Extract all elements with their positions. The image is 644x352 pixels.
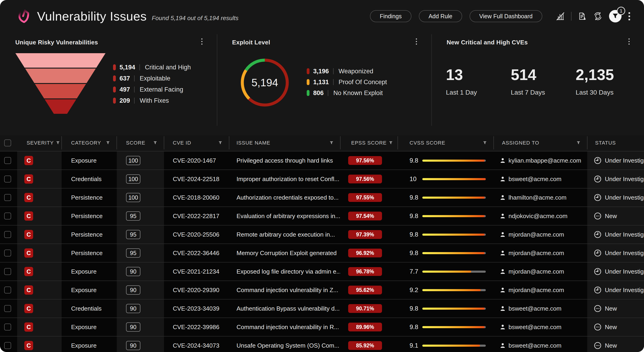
- severity-cell: C: [17, 170, 62, 188]
- row-checkbox[interactable]: [4, 231, 11, 238]
- person-icon: [500, 194, 506, 201]
- view-full-dashboard-button[interactable]: View Full Dashboard: [470, 10, 542, 22]
- severity-badge: C: [24, 248, 33, 258]
- category-cell: Exposure: [62, 152, 117, 170]
- row-checkbox[interactable]: [4, 176, 11, 182]
- cve-id-cell: CVE-2022-36446: [164, 244, 229, 262]
- row-checkbox[interactable]: [4, 157, 11, 164]
- column-filter-icon[interactable]: [56, 141, 60, 145]
- column-filter-icon[interactable]: [576, 141, 580, 145]
- category-cell: Persistence: [62, 244, 117, 262]
- column-header-assigned-to[interactable]: ASSIGNED TO: [494, 135, 587, 150]
- legend-divider: [134, 86, 134, 93]
- column-filter-icon[interactable]: [106, 141, 110, 145]
- select-all-checkbox[interactable]: [4, 140, 11, 146]
- column-filter-icon[interactable]: [153, 141, 157, 145]
- column-header-issue-name[interactable]: ISSUE NAME: [229, 135, 340, 150]
- epss-score-cell: 96.92%: [340, 244, 398, 262]
- add-rule-button[interactable]: Add Rule: [419, 10, 462, 22]
- panel-menu-icon[interactable]: [416, 38, 417, 45]
- table-row[interactable]: C Persistence 95 CVE-2022-22817 Evaluati…: [0, 206, 644, 225]
- row-checkbox[interactable]: [4, 194, 11, 201]
- column-header-cve-id[interactable]: CVE ID: [164, 135, 229, 150]
- legend-label: Weaponized: [339, 68, 374, 75]
- table-row[interactable]: C Exposure 90 CVE-2022-39986 Command inj…: [0, 318, 644, 336]
- table-row[interactable]: C Exposure 100 CVE-2020-1467 Privileged …: [0, 151, 644, 170]
- status-label: New: [605, 324, 617, 331]
- table-row[interactable]: C Persistence 95 CVE-2020-25506 Remote a…: [0, 225, 644, 244]
- header-divider: [571, 12, 572, 20]
- column-header-cvss-score[interactable]: CVSS SCORE: [398, 135, 494, 150]
- cvss-score-value: 9.8: [410, 250, 422, 257]
- assigned-to-cell: lhamilton@acme.com: [494, 188, 587, 206]
- table-row[interactable]: C Exposure 90 CVE-2024-34073 Unsafe Oper…: [0, 336, 644, 352]
- column-filter-icon[interactable]: [389, 141, 393, 145]
- assigned-to-cell: bsweet@acme.com: [494, 337, 587, 352]
- table-row[interactable]: C Persistence 95 CVE-2022-36446 Memory C…: [0, 244, 644, 262]
- panel-menu-icon[interactable]: [201, 38, 202, 45]
- summary-panels: Unique Risky Vulnerabilities 5,194 Criti…: [0, 32, 644, 135]
- column-header-category[interactable]: CATEGORY: [62, 135, 117, 150]
- user-avatar[interactable]: 1: [609, 10, 622, 22]
- severity-cell: C: [17, 207, 62, 225]
- panel-title: New Critical and High CVEs: [447, 39, 528, 46]
- column-filter-icon[interactable]: [483, 141, 487, 145]
- category-cell: Credentials: [62, 170, 117, 188]
- issue-name-cell: Remote arbitrary code execution in...: [229, 225, 340, 244]
- epss-score-cell: 97.54%: [340, 207, 398, 225]
- column-label: SEVERITY: [27, 140, 54, 146]
- score-cell: 90: [117, 281, 164, 299]
- assigned-email: bsweet@acme.com: [508, 342, 562, 349]
- table-header: SEVERITYCATEGORYSCORECVE IDISSUE NAMEEPS…: [0, 135, 644, 150]
- filter-funnel-icon: [612, 13, 618, 19]
- row-checkbox[interactable]: [4, 305, 11, 312]
- column-header-status[interactable]: STATUS: [587, 135, 644, 150]
- new-status-icon: [594, 305, 602, 312]
- legend-divider: [328, 90, 328, 96]
- table-row[interactable]: C Exposure 90 CVE-2021-21234 Exposed log…: [0, 262, 644, 281]
- cvss-score-bar: [422, 345, 486, 347]
- hide-chart-icon[interactable]: [556, 11, 565, 21]
- table-row[interactable]: C Exposure 90 CVE-2020-29390 Command inj…: [0, 281, 644, 299]
- column-label: ASSIGNED TO: [502, 140, 539, 146]
- epss-score-cell: 97.56%: [340, 152, 398, 170]
- row-checkbox[interactable]: [4, 342, 11, 349]
- status-label: Under Investigation: [605, 287, 644, 294]
- epss-score-badge: 85.92%: [348, 341, 382, 350]
- column-header-epss-score[interactable]: EPSS SCORE: [340, 135, 398, 150]
- row-checkbox-cell: [0, 170, 17, 188]
- legend-item: 3,196 Weaponized: [307, 68, 387, 74]
- column-filter-icon[interactable]: [330, 141, 333, 145]
- status-label: New: [605, 212, 617, 220]
- table-row[interactable]: C Credentials 100 CVE-2024-22518 Imprope…: [0, 170, 644, 188]
- findings-button[interactable]: Findings: [370, 10, 412, 22]
- table-row[interactable]: C Credentials 90 CVE-2023-34039 Authenti…: [0, 299, 644, 318]
- status-cell: New: [587, 300, 644, 318]
- table-row[interactable]: C Persistence 100 CVE-2018-20060 Authori…: [0, 188, 644, 206]
- column-filter-icon[interactable]: [218, 141, 222, 145]
- severity-cell: C: [17, 244, 62, 262]
- panel-new-critical-high-cves: New Critical and High CVEs 13 Last 1 Day…: [431, 32, 644, 135]
- epss-score-badge: 95.62%: [348, 286, 382, 294]
- export-report-icon[interactable]: [578, 11, 587, 21]
- row-checkbox[interactable]: [4, 268, 11, 275]
- header-kebab-menu-icon[interactable]: [628, 12, 630, 20]
- assigned-email: lhamilton@acme.com: [508, 194, 566, 201]
- filter-count-badge: 1: [617, 7, 625, 15]
- row-checkbox[interactable]: [4, 324, 11, 331]
- row-checkbox[interactable]: [4, 212, 11, 219]
- cvss-score-cell: 7.7: [398, 262, 494, 281]
- under-investigation-icon: [594, 231, 602, 238]
- panel-menu-icon[interactable]: [628, 38, 630, 45]
- status-label: New: [605, 305, 617, 312]
- person-icon: [500, 176, 506, 182]
- issue-name-cell: Command injection vulnerability in Z...: [229, 281, 340, 299]
- row-checkbox[interactable]: [4, 287, 11, 294]
- legend-divider: [134, 75, 134, 81]
- column-header-score[interactable]: SCORE: [117, 135, 164, 150]
- category-cell: Persistence: [62, 207, 117, 225]
- sync-icon[interactable]: [593, 11, 602, 21]
- new-status-icon: [594, 342, 602, 349]
- column-header-severity[interactable]: SEVERITY: [17, 135, 62, 150]
- row-checkbox[interactable]: [4, 250, 11, 256]
